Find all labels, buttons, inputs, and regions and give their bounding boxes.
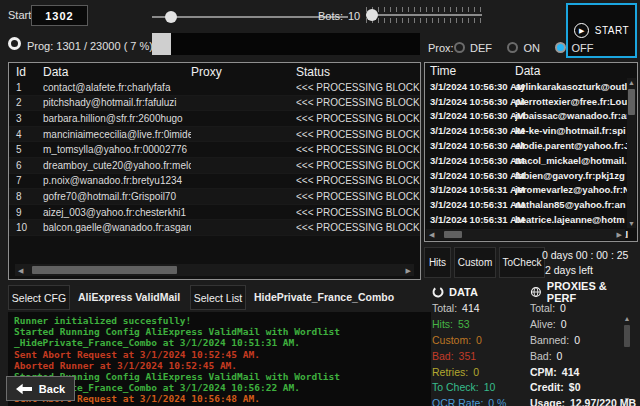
header-time[interactable]: Time	[425, 64, 515, 78]
table-row[interactable]: 3 barbara.hillion@sfr.fr:2600hugo <<< PR…	[9, 111, 420, 127]
cell-status: <<< PROCESSING BLOCK: REC	[296, 160, 420, 171]
table-row[interactable]: 3/1/2024 10:56:31 AM beatrice.lajeanne@h…	[425, 212, 637, 227]
cell-data: dreamboy_cute20@yahoo.fr:melcac	[43, 160, 191, 171]
progress-radio[interactable]	[8, 37, 21, 50]
scroll-right-icon[interactable]: ▶	[403, 267, 414, 274]
bots-slider[interactable]	[366, 7, 482, 23]
table-row[interactable]: 8 gofre70@hotmail.fr:Grispoil70 <<< PROC…	[9, 189, 420, 205]
cell-id: 6	[9, 160, 43, 171]
data-stats-section: DATA Total: 414 Hits: 53 Custom: 0 Bad: …	[432, 284, 528, 406]
cell-hit-data: elodie.parent@yahoo.fr:J	[515, 140, 637, 151]
hits-table-vertical-scrollbar[interactable]: ▲ ▼	[627, 78, 636, 228]
table-row[interactable]: 6 dreamboy_cute20@yahoo.fr:melcac <<< PR…	[9, 158, 420, 174]
proxies-stats-title-label: PROXIES & PERF	[547, 280, 638, 304]
select-cfg-button[interactable]: Select CFG	[8, 285, 70, 310]
table-row[interactable]: 9 aizej_003@yahoo.fr:chesterkhi1 <<< PRO…	[9, 205, 420, 221]
cell-status: <<< PROCESSING BLOCK: REC	[296, 144, 420, 155]
proxy-mode-group: DEF ON OFF	[454, 39, 604, 57]
table-row[interactable]: 2 pitchshady@hotmail.fr:fafuluzi <<< PRO…	[9, 96, 420, 112]
scroll-down-icon[interactable]: ▼	[627, 219, 636, 228]
header-id[interactable]: Id	[9, 65, 43, 79]
progress-bar	[152, 33, 420, 55]
tab-hits[interactable]: Hits	[424, 247, 451, 278]
radio-icon[interactable]	[507, 42, 518, 53]
progress-label: Prog:	[27, 40, 53, 52]
bots-slider-thumb[interactable]	[366, 9, 378, 21]
cell-status: <<< PROCESSING BLOCK: REC	[296, 97, 420, 108]
scrollbar-thumb[interactable]	[32, 266, 177, 274]
table-row[interactable]: 3/1/2024 10:56:30 AM aylinkarakasozturk@…	[425, 79, 637, 94]
table-row[interactable]: 3/1/2024 10:56:31 AM nathalan85@yahoo.fr…	[425, 197, 637, 212]
cell-id: 3	[9, 113, 43, 124]
stat-row: CPM: 414	[530, 364, 638, 380]
cell-id: 10	[9, 222, 43, 233]
stat-value: 0 %	[488, 397, 506, 406]
table-row[interactable]: 3/1/2024 10:56:30 AM ke-ke-vin@hotmail.f…	[425, 123, 637, 138]
proxy-mode-option[interactable]: OFF	[555, 42, 593, 54]
elapsed-timer: 0 days 00 : 00 : 25	[542, 249, 628, 261]
table-row[interactable]: 3/1/2024 10:56:30 AM tracol_mickael@hotm…	[425, 153, 637, 168]
bots-label: Bots:	[318, 10, 343, 22]
cell-hit-data: nathalan85@yahoo.fr:an	[515, 199, 637, 210]
cell-time: 3/1/2024 10:56:30 AM	[425, 155, 515, 166]
cell-time: 3/1/2024 10:56:31 AM	[425, 214, 515, 225]
stat-label: Retries:	[432, 366, 468, 378]
header-hit-data[interactable]: Data	[515, 64, 637, 78]
hits-table-horizontal-scrollbar[interactable]: ◀ ▶	[426, 229, 625, 240]
start-input[interactable]	[31, 5, 88, 26]
stat-label: Bad:	[432, 350, 454, 362]
header-data[interactable]: Data	[43, 65, 191, 79]
proxy-mode-option[interactable]: ON	[507, 42, 540, 54]
stat-value: 0	[560, 302, 566, 314]
stat-label: CPM:	[530, 366, 557, 378]
scroll-left-icon[interactable]: ◀	[426, 231, 437, 238]
scrollbar-thumb[interactable]	[628, 89, 635, 115]
proxies-stats-section: PROXIES & PERF Total: 0 Alive: 0 Banned:…	[530, 284, 638, 406]
table-row[interactable]: 5 m_tomsylla@yahoo.fr:00002776 <<< PROCE…	[9, 142, 420, 158]
stat-label: OCR Rate:	[432, 397, 483, 406]
start-button-label: START	[595, 25, 629, 36]
stat-label: Alive:	[530, 318, 556, 330]
proxy-mode-option[interactable]: DEF	[454, 42, 492, 54]
header-status[interactable]: Status	[296, 65, 420, 79]
table-row[interactable]: 3/1/2024 10:56:30 AM jvbaissac@wanadoo.f…	[425, 109, 637, 124]
progress-value: 1301 / 23000 ( 7 %)	[56, 40, 153, 52]
proxies-stats-title: PROXIES & PERF	[530, 284, 638, 300]
stat-row: Retries: 0	[432, 364, 528, 380]
select-list-button[interactable]: Select List	[190, 285, 246, 310]
header-proxy[interactable]: Proxy	[191, 65, 296, 79]
stat-label: Bad:	[530, 350, 552, 362]
stat-row: Hits: 53	[432, 316, 528, 332]
table-row[interactable]: 7 p.noix@wanadoo.fr:bretyu1234 <<< PROCE…	[9, 174, 420, 190]
left-table-horizontal-scrollbar[interactable]: ◀ ▶	[15, 264, 414, 276]
tab-tocheck[interactable]: ToCheck	[499, 247, 545, 278]
table-row[interactable]: 3/1/2024 10:56:30 AM fabien@gavory.fr:pk…	[425, 168, 637, 183]
table-row[interactable]: 4 manciniaimececilia@live.fr:0imideld <<…	[9, 127, 420, 143]
bots-slider-ticks-top	[366, 7, 482, 12]
cell-status: <<< PROCESSING BLOCK: REC	[296, 175, 420, 186]
cell-data: contact@alafete.fr:charlyfafa	[43, 82, 191, 93]
radio-icon[interactable]	[454, 42, 465, 53]
table-row[interactable]: 3/1/2024 10:56:30 AM elodie.parent@yahoo…	[425, 138, 637, 153]
scroll-right-icon[interactable]: ▶	[614, 231, 625, 238]
table-row[interactable]: 1 contact@alafete.fr:charlyfafa <<< PROC…	[9, 80, 420, 96]
log-line: Aborted Runner at 3/1/2024 10:52:45 AM.	[14, 360, 417, 371]
table-row[interactable]: 3/1/2024 10:56:31 AM jeromevarlez@yahoo.…	[425, 183, 637, 198]
start-slider-thumb[interactable]	[165, 11, 177, 23]
radio-icon[interactable]	[555, 42, 566, 53]
runner-data-table: Id Data Proxy Status 1 contact@alafete.f…	[8, 62, 421, 280]
scrollbar-thumb[interactable]	[444, 231, 462, 238]
stat-row: To Check: 10	[432, 379, 528, 395]
stat-row: Bad: 351	[432, 348, 528, 364]
table-row[interactable]: 3/1/2024 10:56:30 AM pierrottexier@free.…	[425, 94, 637, 109]
cell-status: <<< PROCESSING BLOCK: REC	[296, 222, 420, 233]
table-row[interactable]: 10 balcon.gaelle@wanadoo.fr:asgard25 <<<…	[9, 220, 420, 236]
cell-data: gofre70@hotmail.fr:Grispoil70	[43, 191, 191, 202]
back-button[interactable]: Back	[6, 376, 75, 401]
cell-hit-data: fabien@gavory.fr:pkj1zg	[515, 170, 637, 181]
cell-hit-data: jvbaissac@wanadoo.fr:ar	[515, 110, 637, 121]
stat-label: To Check:	[432, 381, 479, 393]
scroll-up-icon[interactable]: ▲	[627, 78, 636, 87]
scroll-left-icon[interactable]: ◀	[15, 267, 26, 274]
tab-custom[interactable]: Custom	[454, 247, 496, 278]
